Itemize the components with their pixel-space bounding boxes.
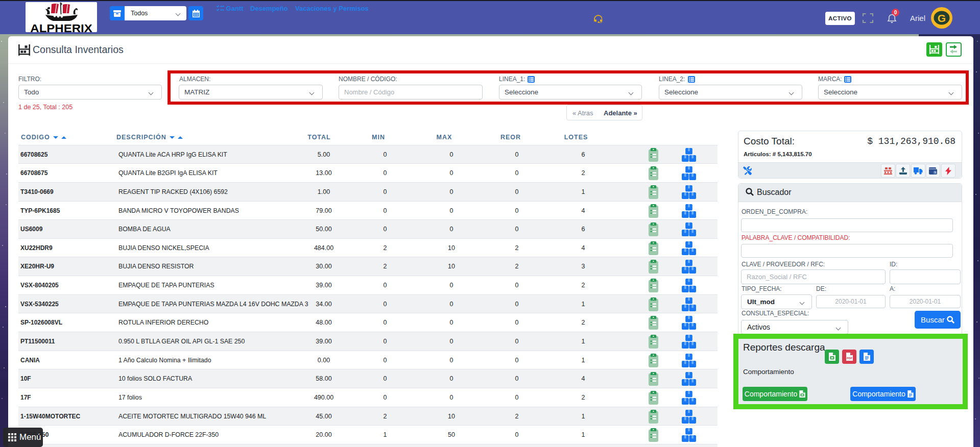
- svg-text:G: G: [938, 12, 946, 24]
- svg-text:PDF: PDF: [847, 357, 853, 360]
